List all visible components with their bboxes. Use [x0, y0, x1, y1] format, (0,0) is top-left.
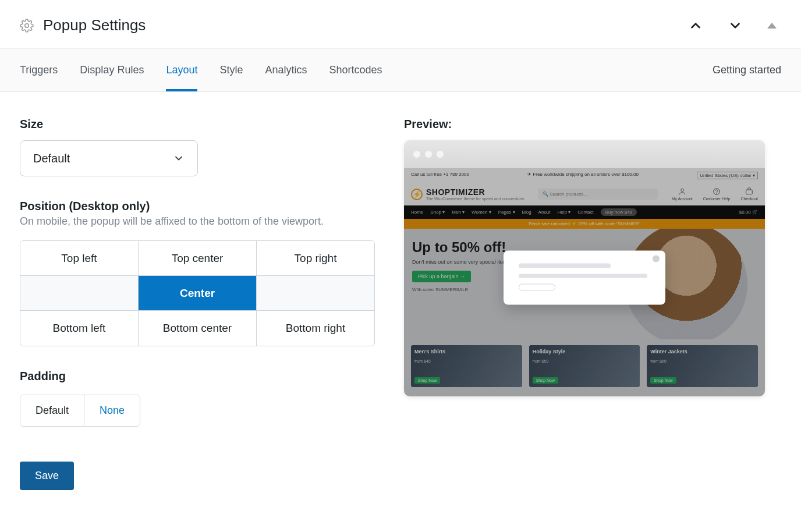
topbar-currency: United States (US) dollar ▾	[697, 172, 758, 179]
position-empty	[20, 276, 139, 311]
padding-option-none[interactable]: None	[84, 395, 140, 426]
size-select[interactable]: Default	[20, 140, 198, 176]
size-value: Default	[33, 152, 70, 165]
tab-layout[interactable]: Layout	[166, 49, 197, 91]
svg-rect-4	[746, 190, 753, 194]
position-label: Position (Desktop only)	[20, 200, 381, 213]
position-center[interactable]: Center	[139, 276, 257, 311]
position-help: On mobile, the popup will be affixed to …	[20, 215, 381, 228]
logo-icon: ⚡	[411, 189, 423, 200]
svg-point-0	[25, 23, 29, 27]
position-top-center[interactable]: Top center	[139, 241, 257, 276]
brand-tagline: The WooCommerce theme for speed and conv…	[426, 197, 524, 201]
preview-label: Preview:	[404, 118, 781, 131]
tab-getting-started[interactable]: Getting started	[713, 49, 781, 91]
padding-label: Padding	[20, 370, 381, 383]
browser-bar	[404, 140, 765, 168]
promo-bar: Flash sale unlocked ⚡ 25% off with code …	[404, 219, 765, 229]
content: Size Default Position (Desktop only) On …	[0, 92, 801, 510]
window-dot	[413, 151, 420, 158]
position-empty	[257, 276, 374, 311]
preview-window: Call us toll free +1 789 2000 ✈ Free wor…	[404, 140, 765, 396]
collapse-toggle-icon[interactable]	[767, 23, 777, 29]
tab-style[interactable]: Style	[219, 49, 243, 91]
topbar-ship: ✈ Free worldwide shipping on all orders …	[527, 172, 639, 179]
topbar-phone: Call us toll free +1 789 2000	[411, 172, 469, 179]
search-input: 🔍 Search products...	[538, 189, 658, 200]
position-bottom-left[interactable]: Bottom left	[20, 311, 139, 346]
chevron-down-icon[interactable]	[728, 18, 743, 33]
header-left: Popup Settings	[20, 16, 146, 34]
save-button[interactable]: Save	[20, 462, 74, 490]
padding-segment: DefaultNone	[20, 395, 140, 427]
padding-option-default[interactable]: Default	[20, 395, 84, 426]
window-dot	[437, 151, 444, 158]
position-grid: Top leftTop centerTop rightCenterBottom …	[20, 240, 375, 346]
header-controls	[688, 18, 781, 33]
hero-cta: Pick up a bargain →	[412, 271, 471, 282]
position-bottom-center[interactable]: Bottom center	[139, 311, 257, 346]
brand-name: SHOPTIMIZER	[426, 187, 524, 197]
svg-point-1	[681, 189, 683, 191]
tab-shortcodes[interactable]: Shortcodes	[329, 49, 382, 91]
gear-icon	[20, 19, 34, 33]
position-top-left[interactable]: Top left	[20, 241, 139, 276]
popup-preview	[504, 251, 665, 305]
page-title: Popup Settings	[43, 16, 146, 34]
header: Popup Settings	[0, 0, 801, 49]
svg-point-3	[717, 193, 717, 194]
preview-site: Call us toll free +1 789 2000 ✈ Free wor…	[404, 168, 765, 396]
position-top-right[interactable]: Top right	[257, 241, 374, 276]
tab-triggers[interactable]: Triggers	[20, 49, 58, 91]
window-dot	[425, 151, 432, 158]
size-label: Size	[20, 118, 381, 131]
tab-analytics[interactable]: Analytics	[265, 49, 307, 91]
position-bottom-right[interactable]: Bottom right	[257, 311, 374, 346]
tabs: TriggersDisplay RulesLayoutStyleAnalytic…	[0, 49, 801, 92]
chevron-down-icon	[173, 152, 185, 164]
tab-display-rules[interactable]: Display Rules	[80, 49, 144, 91]
close-icon	[653, 256, 660, 263]
chevron-up-icon[interactable]	[688, 18, 703, 33]
